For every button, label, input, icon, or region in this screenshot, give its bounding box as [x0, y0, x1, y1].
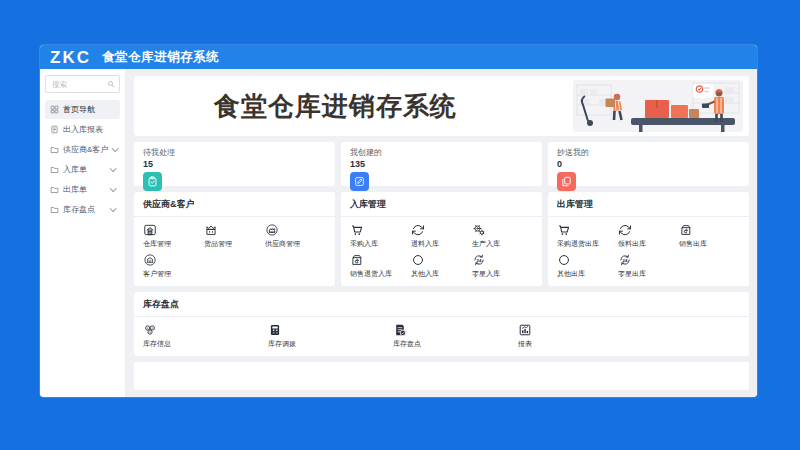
stat-value: 135 [350, 159, 533, 169]
edit-icon [350, 172, 369, 191]
app-item[interactable]: 库存信息 [143, 323, 268, 349]
customer-icon [143, 253, 157, 267]
app-item[interactable]: 其他入库 [411, 253, 472, 279]
app-item[interactable]: 零星入库 [472, 253, 533, 279]
app-item[interactable]: 生产入库 [472, 223, 533, 249]
sidebar-item-label: 入库单 [63, 164, 87, 175]
desktop-background: ZKC 食堂仓库进销存系统 首页导航出入库报表供应商&客户入库单出库单库存盘点 … [0, 0, 800, 450]
chevron-down-icon [110, 205, 117, 212]
folder-icon [50, 185, 59, 194]
app-item-label: 其他入库 [411, 269, 439, 279]
app-item-label: 退料入库 [411, 239, 439, 249]
search-input[interactable] [50, 79, 107, 90]
section-title: 供应商&客户 [134, 192, 335, 217]
app-item[interactable]: 仓库管理 [143, 223, 204, 249]
doc-check-icon [393, 323, 407, 337]
zkc-logo: ZKC [50, 49, 91, 65]
sidebar-item-label: 供应商&客户 [63, 144, 108, 155]
app-item-label: 仓库管理 [143, 239, 171, 249]
section-outbound: 出库管理 采购退货出库领料出库销售出库其他出库零星出库 [548, 192, 749, 286]
main-content: 食堂仓库进销存系统 [126, 69, 757, 397]
warehouse-icon [143, 223, 157, 237]
report-icon [50, 125, 59, 134]
app-item[interactable]: 采购退货出库 [557, 223, 618, 249]
app-item-label: 采购退货出库 [557, 239, 599, 249]
app-item[interactable]: 货品管理 [204, 223, 265, 249]
app-title: 食堂仓库进销存系统 [102, 49, 219, 66]
section-title: 入库管理 [341, 192, 542, 217]
app-item[interactable]: 领料出库 [618, 223, 679, 249]
stat-label: 抄送我的 [557, 147, 740, 158]
circle-icon [557, 253, 571, 267]
app-item[interactable]: 采购入库 [350, 223, 411, 249]
app-item-label: 库存调拨 [268, 339, 296, 349]
section-grid: 仓库管理货品管理供应商管理客户管理 [134, 217, 335, 286]
app-item-label: 报表 [518, 339, 532, 349]
stat-label: 待我处理 [143, 147, 326, 158]
stat-value: 0 [557, 159, 740, 169]
app-item[interactable]: 销售出库 [679, 223, 740, 249]
sidebar-item[interactable]: 首页导航 [45, 100, 120, 119]
circle-icon [411, 253, 425, 267]
folder-icon [50, 205, 59, 214]
section-grid: 库存信息库存调拨库存盘点报表 [134, 317, 749, 356]
h24-icon [618, 253, 632, 267]
section-grid: 采购退货出库领料出库销售出库其他出库零星出库 [548, 217, 749, 286]
sidebar: 首页导航出入库报表供应商&客户入库单出库单库存盘点 [40, 69, 126, 397]
sidebar-item[interactable]: 入库单 [45, 160, 120, 179]
app-item[interactable]: 库存调拨 [268, 323, 393, 349]
folder-icon [50, 145, 59, 154]
app-item[interactable]: 库存盘点 [393, 323, 518, 349]
sidebar-item-label: 首页导航 [63, 104, 95, 115]
app-item[interactable]: 其他出库 [557, 253, 618, 279]
sidebar-item[interactable]: 供应商&客户 [45, 140, 120, 159]
sidebar-item-label: 出库单 [63, 184, 87, 195]
stat-card-pending[interactable]: 待我处理 15 [134, 142, 335, 186]
app-header: ZKC 食堂仓库进销存系统 [40, 45, 757, 69]
section-title: 库存盘点 [134, 292, 749, 317]
stat-card-cc[interactable]: 抄送我的 0 [548, 142, 749, 186]
app-item-label: 生产入库 [472, 239, 500, 249]
empty-panel [134, 362, 749, 390]
stat-value: 15 [143, 159, 326, 169]
banner-card: 食堂仓库进销存系统 [134, 76, 749, 136]
stat-card-created[interactable]: 我创建的 135 [341, 142, 542, 186]
copy-document-icon [557, 172, 576, 191]
chart-icon [518, 323, 532, 337]
app-item-label: 货品管理 [204, 239, 232, 249]
sidebar-item[interactable]: 出入库报表 [45, 120, 120, 139]
sidebar-item[interactable]: 出库单 [45, 180, 120, 199]
app-item[interactable]: 销售退货入库 [350, 253, 411, 279]
h24-icon [472, 253, 486, 267]
cart-icon [350, 223, 364, 237]
search-icon [107, 80, 115, 88]
section-inventory: 库存盘点 库存信息库存调拨库存盘点报表 [134, 292, 749, 356]
app-item[interactable]: 报表 [518, 323, 643, 349]
section-title: 出库管理 [548, 192, 749, 217]
app-item-label: 其他出库 [557, 269, 585, 279]
app-item-label: 供应商管理 [265, 239, 300, 249]
app-item-label: 销售退货入库 [350, 269, 392, 279]
stat-label: 我创建的 [350, 147, 533, 158]
sidebar-item[interactable]: 库存盘点 [45, 200, 120, 219]
app-item[interactable]: 客户管理 [143, 253, 204, 279]
bag-return-icon [679, 223, 693, 237]
app-item[interactable]: 供应商管理 [265, 223, 326, 249]
chevron-down-icon [112, 145, 119, 152]
folder-icon [50, 165, 59, 174]
section-suppliers-customers: 供应商&客户 仓库管理货品管理供应商管理客户管理 [134, 192, 335, 286]
chevron-down-icon [110, 165, 117, 172]
app-item-label: 零星出库 [618, 269, 646, 279]
app-item[interactable]: 退料入库 [411, 223, 472, 249]
sidebar-search[interactable] [45, 75, 120, 93]
refresh-icon [411, 223, 425, 237]
sidebar-item-label: 库存盘点 [63, 204, 95, 215]
app-item-label: 客户管理 [143, 269, 171, 279]
bag-return-icon [350, 253, 364, 267]
supplier-icon [265, 223, 279, 237]
cart-icon [557, 223, 571, 237]
sidebar-menu: 首页导航出入库报表供应商&客户入库单出库单库存盘点 [45, 100, 120, 219]
app-item[interactable]: 零星出库 [618, 253, 679, 279]
chevron-down-icon [110, 185, 117, 192]
app-window: ZKC 食堂仓库进销存系统 首页导航出入库报表供应商&客户入库单出库单库存盘点 … [40, 45, 757, 397]
